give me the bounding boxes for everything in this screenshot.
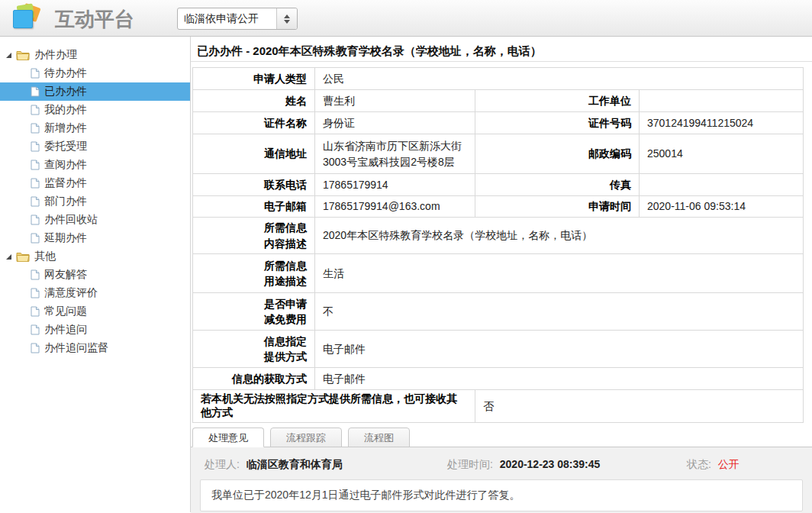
site-selector[interactable]: 临淄依申请公开 (177, 8, 298, 30)
document-icon (31, 233, 40, 244)
sidebar-item-case-followup[interactable]: 办件追问 (0, 321, 190, 339)
sidebar-group-other[interactable]: 其他 (0, 247, 190, 266)
content-desc-label: 所需信息 内容描述 (193, 218, 315, 254)
document-icon (31, 215, 40, 225)
postcode-label: 邮政编码 (475, 134, 640, 174)
fallback-label: 若本机关无法按照指定方式提供所需信息，也可接收其他方式 (193, 390, 475, 423)
sidebar-item-label: 部门办件 (44, 195, 87, 208)
table-row: 证件名称 身份证 证件号码 370124199411215024 (193, 112, 804, 134)
sidebar-item-pending-cases[interactable]: 待办办件 (0, 64, 190, 82)
address-label: 通信地址 (193, 134, 315, 174)
sidebar-item-deferred-cases[interactable]: 延期办件 (0, 229, 190, 247)
page-title: 已办办件 - 2020年本区特殊教育学校名录（学校地址，名称，电话） (197, 44, 542, 57)
sidebar-item-netfriend-answers[interactable]: 网友解答 (0, 266, 190, 284)
site-selector-value[interactable]: 临淄依申请公开 (178, 8, 276, 29)
table-row: 姓名 曹生利 工作单位 (193, 90, 804, 112)
sidebar-item-review-cases[interactable]: 查阅办件 (0, 156, 190, 174)
apply-time-label: 申请时间 (475, 196, 640, 218)
cert-no-label: 证件号码 (475, 112, 640, 134)
sidebar-item-label: 延期办件 (44, 231, 87, 245)
handler-value: 临淄区教育和体育局 (246, 458, 343, 470)
document-icon (31, 269, 40, 280)
email-value: 17865179914@163.com (315, 196, 475, 218)
document-icon (31, 196, 40, 207)
sidebar-item-new-case[interactable]: 新增办件 (0, 119, 190, 137)
name-label: 姓名 (193, 90, 315, 112)
work-unit-label: 工作单位 (475, 90, 640, 112)
tab-process-tracking[interactable]: 流程跟踪 (270, 428, 342, 447)
handler-label: 处理人: (205, 458, 240, 470)
provide-method-value: 电子邮件 (315, 331, 804, 368)
work-unit-value (640, 90, 804, 112)
cert-name-label: 证件名称 (193, 112, 315, 134)
opinion-comment-text: 我单位已于2020年12月1日通过电子邮件形式对此件进行了答复。 (211, 489, 520, 502)
sidebar-item-recycle-bin[interactable]: 办件回收站 (0, 211, 190, 229)
fee-waiver-label: 是否申请 减免费用 (193, 293, 315, 331)
fax-label: 传真 (475, 174, 640, 196)
expander-icon[interactable] (6, 53, 11, 58)
fax-value (640, 174, 804, 196)
status-badge: 公开 (718, 458, 740, 470)
sidebar-item-label: 办件追问监督 (44, 341, 108, 355)
handle-time-label: 处理时间: (447, 458, 493, 470)
document-icon (31, 141, 40, 152)
sidebar-group-label: 办件办理 (34, 48, 77, 62)
sidebar-item-label: 办件回收站 (44, 213, 98, 227)
app-title: 互动平台 (55, 6, 134, 33)
sidebar-item-my-cases[interactable]: 我的办件 (0, 101, 190, 119)
sidebar-item-supervise-cases[interactable]: 监督办件 (0, 174, 190, 192)
app-logo-icon (12, 5, 43, 32)
sidebar-item-label: 网友解答 (44, 268, 87, 282)
sidebar-item-label: 我的办件 (44, 103, 87, 117)
document-icon (31, 288, 40, 298)
document-icon (31, 68, 40, 79)
email-label: 电子邮箱 (193, 196, 315, 218)
document-icon (31, 105, 40, 115)
provide-method-label: 信息指定 提供方式 (193, 331, 315, 368)
sidebar-item-satisfaction-rating[interactable]: 满意度评价 (0, 284, 190, 302)
handling-opinion-panel: 处理人: 临淄区教育和体育局 处理时间: 2020-12-23 08:39:45… (191, 447, 812, 513)
document-icon (31, 324, 40, 335)
table-row: 联系电话 17865179914 传真 (193, 174, 804, 196)
table-row: 是否申请 减免费用 不 (193, 293, 804, 331)
sidebar-group-case-handling[interactable]: 办件办理 (0, 46, 190, 64)
name-value: 曹生利 (315, 90, 475, 112)
sidebar-item-label: 满意度评价 (44, 286, 98, 300)
fee-waiver-value: 不 (315, 293, 804, 331)
content-desc-value: 2020年本区特殊教育学校名录（学校地址，名称，电话） (315, 218, 804, 254)
cert-name-value: 身份证 (315, 112, 475, 134)
fallback-value: 否 (475, 390, 804, 423)
tab-flow-chart[interactable]: 流程图 (348, 428, 410, 447)
folder-icon (16, 251, 30, 262)
document-icon (31, 178, 40, 189)
page-title-bar: 已办办件 - 2020年本区特殊教育学校名录（学校地址，名称，电话） (191, 37, 812, 62)
address-value: 山东省济南市历下区新泺大街3003号宝威科技园2号楼8层 (315, 134, 475, 174)
phone-value: 17865179914 (315, 174, 475, 196)
table-row: 电子邮箱 17865179914@163.com 申请时间 2020-11-06… (193, 196, 804, 218)
folder-icon (16, 50, 30, 60)
sidebar-item-completed-cases[interactable]: 已办办件 (0, 82, 190, 101)
sidebar-item-faq[interactable]: 常见问题 (0, 302, 190, 321)
spinner-arrows-icon[interactable] (276, 8, 297, 29)
usage-desc-label: 所需信息 用途描述 (193, 254, 315, 293)
table-row: 若本机关无法按照指定方式提供所需信息，也可接收其他方式 否 (193, 390, 804, 423)
sidebar-item-department-cases[interactable]: 部门办件 (0, 192, 190, 211)
sidebar-item-followup-supervision[interactable]: 办件追问监督 (0, 339, 190, 357)
sidebar-item-label: 待办办件 (44, 66, 87, 80)
document-icon (31, 86, 40, 97)
usage-desc-value: 生活 (315, 254, 804, 293)
applicant-type-label: 申请人类型 (193, 68, 315, 90)
table-row: 信息的获取方式 电子邮件 (193, 368, 804, 390)
tab-handling-opinion[interactable]: 处理意见 (192, 428, 264, 447)
sidebar-item-label: 新增办件 (44, 121, 87, 135)
opinion-comment-box: 我单位已于2020年12月1日通过电子邮件形式对此件进行了答复。 (200, 479, 803, 511)
document-icon (31, 160, 40, 170)
sidebar-item-label: 查阅办件 (44, 158, 87, 172)
table-row: 所需信息 用途描述 生活 (193, 254, 804, 293)
postcode-value: 250014 (640, 134, 804, 174)
expander-icon[interactable] (6, 254, 11, 260)
sidebar-item-entrusted-acceptance[interactable]: 委托受理 (0, 137, 190, 156)
app-header: 互动平台 临淄依申请公开 (0, 0, 812, 37)
applicant-type-value: 公民 (315, 68, 804, 90)
sidebar-item-label: 办件追问 (44, 323, 87, 337)
